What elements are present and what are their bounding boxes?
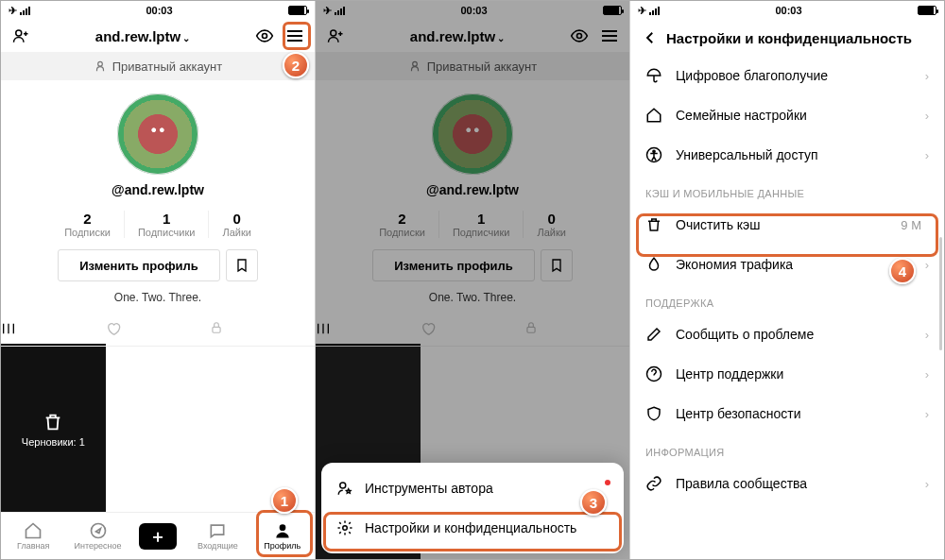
avatar[interactable] — [117, 93, 198, 175]
row-clear-cache[interactable]: Очистить кэш 9 M — [630, 205, 944, 245]
following-stat[interactable]: 2Подписки — [51, 211, 124, 238]
row-safety[interactable]: Центр безопасности› — [630, 394, 944, 433]
view-icon[interactable] — [252, 24, 277, 48]
person-star-icon — [336, 480, 353, 497]
trash-icon — [43, 412, 63, 433]
profile-header: and.rew.lptw⌄ — [1, 20, 315, 52]
menu-button[interactable] — [283, 24, 307, 48]
bottom-sheet: Инструменты автора Настройки и конфиденц… — [321, 463, 624, 553]
step-badge-2: 2 — [283, 52, 309, 78]
step-badge-3: 3 — [580, 489, 607, 516]
nav-discover[interactable]: Интересное — [75, 521, 122, 551]
row-family[interactable]: Семейные настройки› — [630, 95, 944, 135]
shield-icon — [645, 405, 662, 422]
section-info: ИНФОРМАЦИЯ — [630, 433, 944, 464]
svg-point-13 — [653, 150, 655, 152]
row-report[interactable]: Сообщить о проблеме› — [630, 314, 944, 354]
trash-icon — [645, 216, 662, 233]
bottom-nav: Главная Интересное ＋ Входящие Профиль — [1, 512, 315, 559]
edit-profile-button[interactable]: Изменить профиль — [58, 249, 220, 281]
sheet-creator-tools[interactable]: Инструменты автора — [321, 468, 624, 508]
sheet-settings[interactable]: Настройки и конфиденциальность — [321, 508, 624, 548]
notification-dot-icon — [605, 480, 610, 485]
svg-point-6 — [331, 30, 336, 36]
svg-point-1 — [263, 34, 267, 39]
phone-menu: ✈00:03 and.rew.lptw⌄ Приватный аккаунт @… — [316, 1, 630, 559]
tab-private[interactable] — [210, 314, 315, 346]
nav-home[interactable]: Главная — [9, 521, 57, 551]
status-bar: ✈ 00:03 — [1, 1, 315, 20]
svg-point-5 — [279, 524, 285, 531]
svg-rect-3 — [213, 327, 220, 332]
add-user-icon[interactable] — [9, 24, 33, 48]
row-guidelines[interactable]: Правила сообщества› — [630, 464, 944, 503]
settings-header: Настройки и конфиденциальность — [630, 20, 944, 56]
section-support: ПОДДЕРЖКА — [630, 284, 944, 314]
phone-profile: ✈ 00:03 and.rew.lptw⌄ Приватный аккаунт … — [1, 1, 316, 559]
gear-icon — [336, 519, 353, 536]
nav-create[interactable]: ＋ — [139, 523, 177, 550]
tab-liked[interactable] — [106, 314, 211, 346]
row-digital-wellbeing[interactable]: Цифровое благополучие› — [630, 56, 944, 95]
umbrella-icon — [645, 67, 662, 84]
stats-row: 2Подписки 1Подписчики 0Лайки — [1, 211, 315, 238]
drafts-tile[interactable]: Черновики: 1 — [1, 347, 106, 512]
scrollbar[interactable] — [939, 237, 942, 350]
row-accessibility[interactable]: Универсальный доступ› — [630, 135, 944, 175]
back-button[interactable] — [642, 29, 659, 46]
tab-grid[interactable] — [1, 314, 106, 346]
bio-text: One. Two. Three. — [1, 291, 315, 304]
pencil-icon — [645, 326, 662, 343]
content-grid: Черновики: 1 — [1, 347, 315, 512]
link-icon — [645, 475, 662, 492]
private-account-tag: Приватный аккаунт — [1, 52, 315, 80]
lock-user-icon — [94, 59, 107, 73]
section-cache: КЭШ И МОБИЛЬНЫЕ ДАННЫЕ — [630, 175, 944, 205]
home-icon — [645, 107, 662, 124]
drop-icon — [645, 256, 662, 273]
settings-title: Настройки и конфиденциальность — [666, 30, 912, 46]
bookmark-button[interactable] — [226, 249, 258, 281]
nav-inbox[interactable]: Входящие — [194, 521, 241, 551]
wifi-icon — [20, 7, 30, 15]
svg-point-7 — [577, 34, 582, 39]
content-tabs — [1, 314, 315, 347]
clock: 00:03 — [30, 5, 288, 16]
svg-point-0 — [16, 30, 22, 36]
nav-profile[interactable]: Профиль — [259, 521, 306, 551]
svg-point-11 — [343, 526, 348, 531]
step-badge-4: 4 — [889, 258, 916, 284]
step-badge-1: 1 — [271, 487, 298, 514]
phone-settings: ✈00:03 Настройки и конфиденциальность Ци… — [630, 1, 944, 559]
row-help[interactable]: Центр поддержки› — [630, 354, 944, 394]
accessibility-icon — [645, 146, 662, 163]
username-dropdown[interactable]: and.rew.lptw⌄ — [39, 28, 247, 44]
handle: @and.rew.lptw — [1, 182, 315, 197]
followers-stat[interactable]: 1Подписчики — [124, 211, 209, 238]
svg-point-8 — [412, 61, 417, 66]
battery-icon — [288, 6, 307, 15]
cache-size: 9 M — [901, 218, 921, 232]
svg-rect-9 — [527, 327, 535, 332]
svg-point-2 — [97, 61, 102, 66]
svg-point-10 — [340, 483, 346, 488]
question-icon — [645, 365, 662, 382]
airplane-icon: ✈ — [9, 5, 17, 17]
likes-stat[interactable]: 0Лайки — [208, 211, 264, 238]
